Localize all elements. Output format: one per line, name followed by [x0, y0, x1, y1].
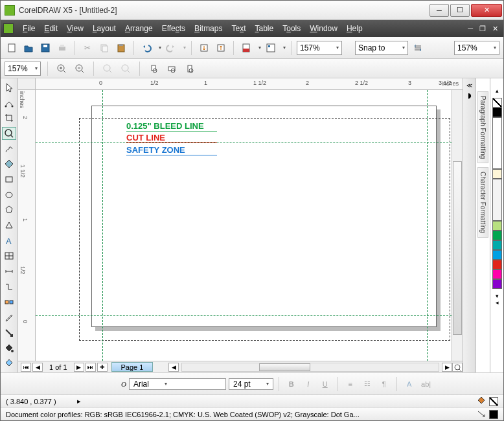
outline-black-swatch[interactable] — [489, 410, 498, 419]
rectangle-tool[interactable] — [2, 173, 16, 186]
prev-page-button[interactable]: ◀ — [32, 363, 43, 372]
zoom-tool[interactable] — [2, 127, 16, 140]
new-button[interactable] — [5, 41, 19, 55]
cut-button[interactable]: ✂ — [80, 41, 95, 55]
drawing-canvas[interactable]: 0.125" BLEED LINE CUT LINE SAFETY ZONE — [36, 90, 452, 361]
menu-tools[interactable]: Tools — [279, 23, 304, 34]
menu-table[interactable]: Table — [251, 23, 278, 34]
ruler-origin[interactable] — [18, 78, 36, 90]
character-formatting-tab[interactable]: Character Formatting — [477, 167, 488, 237]
polygon-tool[interactable] — [2, 204, 16, 217]
palette-scroll-down-icon[interactable]: ▾ — [496, 293, 499, 299]
app-launcher-dropdown-icon[interactable]: ▾ — [283, 45, 286, 51]
swatch-purple[interactable] — [492, 279, 502, 289]
publish-dropdown-icon[interactable]: ▾ — [258, 45, 261, 51]
swatch-none[interactable] — [492, 98, 502, 108]
options-button[interactable] — [411, 41, 425, 55]
dropcap-button[interactable]: ¶ — [377, 377, 391, 391]
horizontal-scrollbar[interactable] — [181, 363, 439, 372]
export-button[interactable] — [214, 41, 228, 55]
vertical-ruler[interactable]: 2 1 1/2 1 1/2 0 inches — [18, 90, 36, 361]
vertical-guide[interactable] — [102, 90, 103, 361]
hints-panel-collapsed[interactable]: ≪ ◗ — [463, 78, 475, 372]
zoom-page-button[interactable] — [146, 62, 161, 76]
zoom-page-height-button[interactable] — [183, 62, 197, 76]
swatch-magenta[interactable] — [492, 269, 502, 279]
ellipse-tool[interactable] — [2, 188, 16, 201]
menu-file[interactable]: File — [19, 23, 39, 34]
pick-tool[interactable] — [2, 81, 16, 94]
scrollbar-thumb[interactable] — [259, 363, 310, 371]
zoom-level-combo[interactable]: 157% ▾ — [297, 41, 342, 55]
swatch-lime[interactable] — [492, 221, 502, 231]
mdi-restore-button[interactable]: ❐ — [477, 25, 488, 33]
menu-edit[interactable]: Edit — [40, 23, 62, 34]
smart-fill-tool[interactable] — [2, 157, 16, 170]
swatch-white-block[interactable] — [492, 117, 502, 169]
first-page-button[interactable]: ⏮ — [21, 363, 31, 372]
interactive-tool[interactable] — [2, 296, 16, 309]
zoom-in-button[interactable] — [54, 62, 69, 76]
char-format-button[interactable]: A — [402, 377, 417, 391]
zoom-all-objects-button[interactable] — [119, 62, 133, 76]
scroll-right-button[interactable]: ▶ — [442, 363, 452, 372]
basic-shapes-tool[interactable] — [2, 219, 16, 232]
fill-none-swatch[interactable] — [489, 397, 498, 406]
snap-to-combo[interactable]: Snap to ▾ — [355, 41, 408, 55]
text-tool[interactable]: A — [2, 234, 16, 247]
minimize-button[interactable]: ─ — [430, 4, 449, 17]
outline-pen-icon[interactable] — [476, 409, 487, 420]
add-page-button[interactable]: ✚ — [97, 363, 108, 372]
zoom-selection-button[interactable] — [100, 62, 115, 76]
swatch-black[interactable] — [492, 108, 502, 117]
horizontal-guide[interactable] — [36, 142, 452, 142]
mdi-close-button[interactable]: ✕ — [490, 25, 501, 33]
swatch-teal[interactable] — [492, 240, 502, 250]
table-tool[interactable] — [2, 250, 16, 263]
font-size-combo[interactable]: 24 pt ▾ — [229, 378, 273, 390]
align-button[interactable]: ≡ — [343, 377, 358, 391]
paste-button[interactable] — [114, 41, 128, 55]
fill-tool[interactable] — [2, 342, 16, 355]
menu-layout[interactable]: Layout — [89, 23, 120, 34]
eyedropper-tool[interactable] — [2, 311, 16, 324]
copy-button[interactable] — [97, 41, 111, 55]
scroll-left-button[interactable]: ◀ — [168, 363, 179, 372]
crop-tool[interactable] — [2, 111, 16, 124]
vertical-scrollbar[interactable] — [452, 90, 463, 361]
horizontal-guide[interactable] — [36, 315, 452, 316]
underline-button[interactable]: U — [318, 377, 332, 391]
zoom-page-width-button[interactable] — [165, 62, 179, 76]
cut-line-label[interactable]: CUT LINE — [126, 133, 217, 143]
vertical-guide[interactable] — [427, 90, 428, 361]
italic-button[interactable]: I — [301, 377, 315, 391]
maximize-button[interactable]: ☐ — [450, 4, 470, 17]
navigator-button[interactable] — [452, 363, 463, 372]
paragraph-formatting-tab[interactable]: Paragraph Formatting — [477, 91, 488, 163]
horizontal-ruler[interactable]: 0 1/2 1 1 1/2 2 2 1/2 3 3 1/2 inches — [36, 78, 463, 90]
bold-button[interactable]: B — [284, 377, 299, 391]
menu-bitmaps[interactable]: Bitmaps — [190, 23, 226, 34]
menu-effects[interactable]: Effects — [158, 23, 189, 34]
app-menu-icon[interactable] — [3, 23, 14, 34]
connector-tool[interactable] — [2, 280, 16, 293]
redo-dropdown-icon[interactable]: ▾ — [183, 45, 186, 51]
edit-text-button[interactable]: ab| — [419, 377, 433, 391]
swatch-red[interactable] — [492, 260, 502, 269]
zoom-levels-combo[interactable]: 157% ▾ — [5, 62, 41, 76]
swatch-cream[interactable] — [492, 169, 502, 179]
menu-window[interactable]: Window — [306, 23, 341, 34]
menu-text[interactable]: Text — [227, 23, 249, 34]
bullets-button[interactable]: ☷ — [360, 377, 374, 391]
mdi-minimize-button[interactable]: ─ — [465, 25, 475, 32]
shape-tool[interactable] — [2, 97, 16, 109]
palette-flyout-icon[interactable]: ◂ — [496, 299, 499, 306]
title-bar[interactable]: CorelDRAW X5 - [Untitled-2] ─ ☐ ✕ — [1, 1, 503, 20]
bleed-line-label[interactable]: 0.125" BLEED LINE — [126, 121, 217, 131]
undo-button[interactable] — [139, 41, 154, 55]
last-page-button[interactable]: ⏭ — [86, 363, 96, 372]
safety-zone-label[interactable]: SAFETY ZONE — [126, 145, 217, 155]
close-button[interactable]: ✕ — [471, 4, 502, 17]
interactive-fill-tool[interactable] — [2, 357, 16, 370]
app-launcher-button[interactable] — [264, 41, 278, 55]
